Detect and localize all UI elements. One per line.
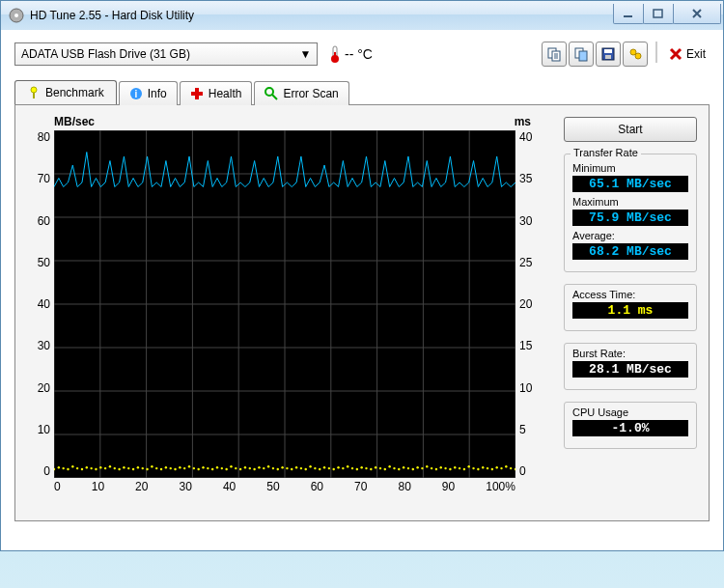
svg-point-119 bbox=[407, 467, 409, 469]
dropdown-arrow-icon: ▼ bbox=[298, 46, 313, 61]
y-left-axis: 80706050403020100 bbox=[29, 130, 54, 478]
svg-point-132 bbox=[468, 465, 470, 467]
copy-screenshot-button[interactable] bbox=[569, 42, 594, 67]
tab-error-scan[interactable]: Error Scan bbox=[254, 81, 348, 105]
svg-point-54 bbox=[104, 467, 106, 469]
svg-point-108 bbox=[356, 468, 358, 470]
svg-point-137 bbox=[491, 468, 493, 470]
svg-point-63 bbox=[146, 468, 148, 470]
tab-strip: Benchmark i Info Health Error Scan bbox=[14, 80, 710, 104]
exit-button[interactable]: Exit bbox=[665, 42, 710, 67]
error-scan-icon bbox=[265, 87, 278, 100]
svg-point-102 bbox=[328, 467, 330, 469]
info-icon: i bbox=[129, 87, 143, 100]
copy-text-button[interactable] bbox=[542, 42, 567, 67]
svg-point-83 bbox=[239, 468, 241, 470]
svg-point-1 bbox=[14, 14, 18, 17]
svg-point-73 bbox=[193, 467, 195, 469]
svg-point-123 bbox=[426, 465, 428, 467]
avg-label: Average: bbox=[572, 230, 688, 241]
svg-point-98 bbox=[309, 465, 311, 467]
svg-rect-3 bbox=[654, 10, 662, 17]
svg-point-50 bbox=[86, 466, 88, 468]
svg-point-52 bbox=[95, 468, 97, 470]
svg-point-97 bbox=[305, 468, 307, 470]
svg-point-100 bbox=[319, 468, 320, 470]
svg-point-111 bbox=[370, 468, 372, 470]
tab-health[interactable]: Health bbox=[180, 81, 253, 105]
svg-point-124 bbox=[431, 467, 432, 469]
svg-point-96 bbox=[300, 467, 302, 469]
benchmark-icon bbox=[27, 86, 41, 99]
svg-point-122 bbox=[421, 467, 423, 469]
start-button[interactable]: Start bbox=[564, 117, 697, 142]
svg-point-72 bbox=[188, 465, 190, 467]
svg-point-99 bbox=[314, 467, 316, 469]
titlebar[interactable]: HD Tune 2.55 - Hard Disk Utility bbox=[0, 0, 724, 30]
svg-point-118 bbox=[403, 466, 404, 468]
svg-rect-21 bbox=[191, 92, 203, 96]
svg-point-107 bbox=[351, 467, 353, 469]
svg-point-47 bbox=[71, 465, 73, 467]
exit-label: Exit bbox=[686, 47, 706, 61]
svg-point-133 bbox=[472, 467, 474, 469]
tab-info[interactable]: i Info bbox=[119, 81, 178, 105]
svg-point-65 bbox=[155, 467, 157, 469]
svg-point-138 bbox=[495, 466, 497, 468]
svg-point-71 bbox=[183, 467, 185, 469]
svg-point-129 bbox=[454, 466, 456, 468]
minimize-button[interactable] bbox=[613, 4, 644, 24]
x-axis: 0102030405060708090100% bbox=[54, 480, 515, 493]
svg-point-16 bbox=[31, 87, 37, 93]
svg-point-113 bbox=[379, 467, 381, 469]
app-icon bbox=[9, 8, 24, 23]
tab-benchmark[interactable]: Benchmark bbox=[14, 80, 117, 104]
svg-point-81 bbox=[230, 465, 232, 467]
drive-selected-text: ADATA USB Flash Drive (31 GB) bbox=[21, 47, 190, 61]
save-button[interactable] bbox=[596, 42, 621, 67]
cpu-usage-group: CPU Usage -1.0% bbox=[564, 402, 697, 449]
access-value: 1.1 ms bbox=[572, 302, 688, 319]
svg-point-109 bbox=[360, 466, 362, 468]
svg-point-114 bbox=[384, 468, 386, 470]
svg-point-70 bbox=[179, 466, 181, 468]
svg-point-92 bbox=[281, 466, 283, 468]
svg-point-85 bbox=[249, 467, 251, 469]
svg-point-80 bbox=[225, 468, 227, 470]
svg-point-76 bbox=[207, 467, 209, 469]
svg-point-22 bbox=[265, 88, 273, 96]
svg-point-74 bbox=[197, 468, 199, 470]
benchmark-plot bbox=[54, 130, 515, 478]
svg-point-127 bbox=[444, 467, 446, 469]
svg-point-84 bbox=[244, 466, 246, 468]
svg-point-136 bbox=[487, 467, 488, 469]
svg-point-95 bbox=[295, 466, 297, 468]
health-icon bbox=[190, 87, 204, 100]
temperature-display: -- °C bbox=[329, 44, 373, 64]
cpu-value: -1.0% bbox=[572, 420, 688, 436]
svg-point-51 bbox=[90, 467, 92, 469]
client-area: ADATA USB Flash Drive (31 GB) ▼ -- °C Ex… bbox=[0, 30, 724, 551]
svg-point-141 bbox=[510, 467, 512, 469]
close-button[interactable] bbox=[673, 4, 721, 24]
maximize-button[interactable] bbox=[643, 4, 674, 24]
svg-point-104 bbox=[337, 466, 339, 468]
svg-point-61 bbox=[137, 466, 139, 468]
svg-point-126 bbox=[440, 466, 442, 468]
svg-point-43 bbox=[54, 468, 55, 470]
svg-point-88 bbox=[263, 467, 265, 469]
max-value: 75.9 MB/sec bbox=[572, 210, 688, 226]
svg-point-135 bbox=[482, 466, 484, 468]
svg-point-134 bbox=[477, 468, 479, 470]
burst-value: 28.1 MB/sec bbox=[572, 361, 688, 378]
burst-rate-group: Burst Rate: 28.1 MB/sec bbox=[564, 343, 697, 390]
svg-point-140 bbox=[505, 465, 507, 467]
drive-select[interactable]: ADATA USB Flash Drive (31 GB) ▼ bbox=[14, 42, 318, 66]
svg-point-103 bbox=[332, 468, 334, 470]
svg-point-15 bbox=[635, 53, 641, 59]
chart-area: MB/sec ms 80706050403020100 403530252015… bbox=[29, 117, 550, 509]
svg-point-62 bbox=[142, 467, 144, 469]
options-button[interactable] bbox=[623, 42, 648, 67]
toolbar-buttons: Exit bbox=[542, 42, 710, 67]
transfer-legend: Transfer Rate bbox=[571, 147, 641, 158]
